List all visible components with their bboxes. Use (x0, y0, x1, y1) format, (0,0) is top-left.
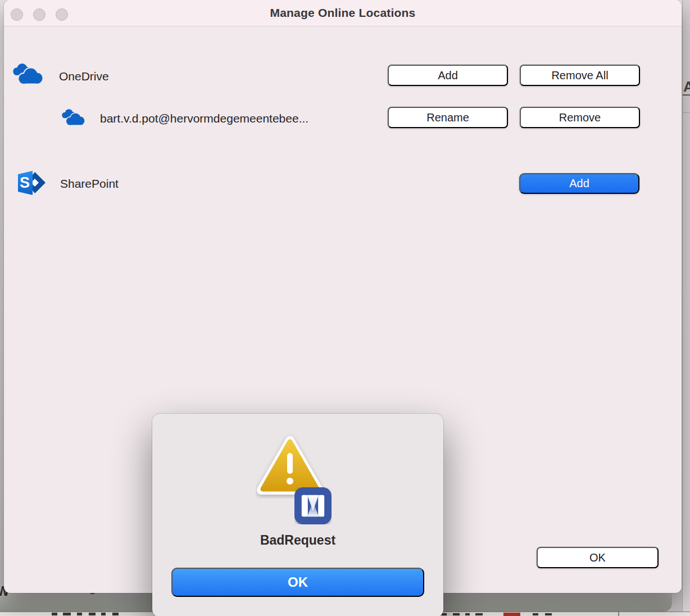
onedrive-account-email: bart.v.d.pot@hervormdegemeentebee... (100, 112, 308, 125)
background-red-fragment (503, 613, 520, 616)
alert-icon (256, 434, 346, 529)
onedrive-label: OneDrive (59, 70, 109, 83)
background-text-fragment (545, 613, 552, 615)
titlebar: Manage Online Locations (4, 0, 682, 26)
svg-text:S: S (20, 174, 30, 191)
background-window-right-edge: A (682, 0, 690, 616)
background-text-fragment (77, 613, 82, 615)
background-line-fragment (618, 612, 619, 616)
background-line-fragment (683, 94, 690, 96)
alert-ok-button[interactable]: OK (171, 568, 424, 597)
background-text-fragment (89, 613, 96, 615)
background-text-fragment: A (683, 79, 690, 94)
onedrive-remove-all-button[interactable]: Remove All (520, 65, 640, 86)
account-remove-button[interactable]: Remove (520, 107, 640, 128)
background-text-fragment (533, 613, 538, 615)
screen: A W g Manage Online Locations (0, 0, 690, 616)
account-rename-button[interactable]: Rename (388, 107, 508, 128)
onedrive-cloud-icon (11, 63, 44, 88)
window-ok-button[interactable]: OK (537, 547, 659, 568)
background-text-fragment (453, 613, 460, 615)
background-text-fragment (52, 613, 57, 615)
app-badge-m-icon (294, 487, 332, 524)
sharepoint-s-icon: S (14, 169, 46, 200)
sharepoint-label: SharePoint (60, 177, 119, 191)
background-text-fragment (442, 613, 447, 615)
alert-message: BadRequest (152, 533, 443, 548)
onedrive-add-button[interactable]: Add (388, 65, 508, 86)
bad-request-alert-dialog: BadRequest OK (152, 414, 443, 616)
onedrive-cloud-icon-small (60, 108, 86, 129)
background-text-fragment (475, 613, 483, 615)
background-text-fragment (465, 613, 470, 615)
window-title: Manage Online Locations (4, 6, 682, 20)
background-text-fragment (112, 613, 119, 615)
sharepoint-add-button[interactable]: Add (519, 173, 639, 194)
background-text-fragment (63, 613, 71, 615)
background-text-fragment (101, 613, 106, 615)
background-line-fragment (683, 112, 690, 113)
